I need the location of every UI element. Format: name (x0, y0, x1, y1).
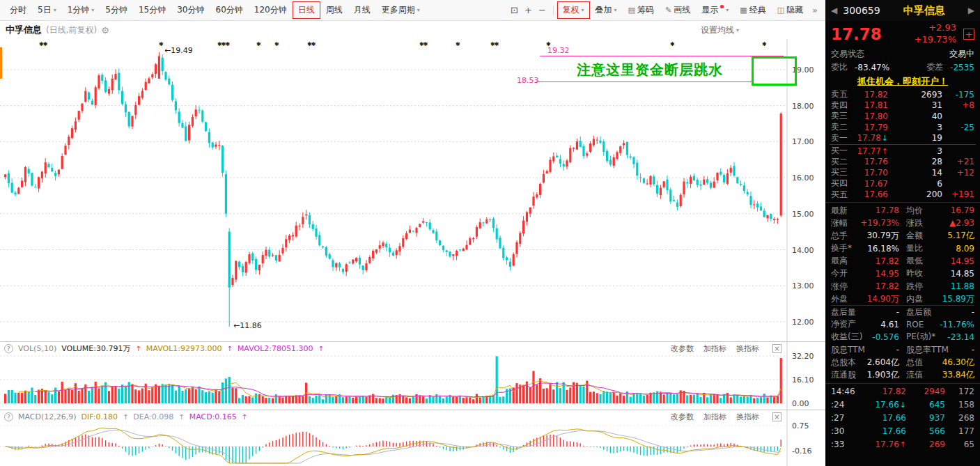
vol-edit-params-button[interactable]: 改参数 (671, 344, 694, 353)
tab-monthly[interactable]: 月线 (348, 1, 376, 19)
tick-row-2[interactable]: :2717.66937268 (831, 412, 974, 425)
lock-icon[interactable]: ⊡ (508, 3, 522, 17)
down-tick-icon: ↓ (900, 401, 906, 410)
stat-value: -0.576 (872, 332, 899, 342)
ask-row-2[interactable]: 卖二17.793-25 (825, 122, 980, 133)
last-price: 17.78 (831, 25, 882, 43)
vol-indicator-name[interactable]: VOL(5,10) (18, 344, 56, 353)
macd-switch-indicator-button[interactable]: 换指标 (736, 412, 759, 421)
event-marker-icon[interactable]: ✱✱✱ (217, 41, 229, 47)
vol-switch-indicator-button[interactable]: 换指标 (736, 344, 759, 353)
collapse-toolbar-icon[interactable]: » (809, 5, 821, 15)
event-marker-icon[interactable]: ✱ (274, 41, 279, 47)
draw-button[interactable]: ✎画线 (660, 1, 696, 19)
macd-edit-params-button[interactable]: 改参数 (671, 412, 694, 421)
event-marker-icon[interactable]: ✱✱ (490, 41, 498, 47)
ma-settings-button[interactable]: 设置均线 ▾ (701, 24, 739, 36)
candlestick-chart[interactable]: 19.0018.0017.0016.0015.0014.0013.0012.00… (0, 39, 825, 341)
chevron-down-icon: ▾ (736, 27, 739, 33)
chevron-down-icon: ▾ (417, 7, 420, 13)
event-marker-icon[interactable]: ✱ (159, 41, 163, 47)
zoom-in-icon[interactable]: + (522, 3, 536, 17)
macd-pane[interactable]: ? MACD(12,26,9) DIF:0.180 ↑ DEA:0.098 ↑ … (0, 410, 825, 466)
event-marker-icon[interactable]: ✱✱ (307, 41, 315, 47)
chips-button[interactable]: ▤筹码 (623, 1, 660, 19)
drawn-trendline-lower[interactable] (536, 81, 754, 82)
ask-row-4[interactable]: 卖四17.8131+8 (825, 100, 980, 111)
tab-5min[interactable]: 5分钟 (100, 1, 133, 19)
hide-button[interactable]: ◫隐藏 (772, 1, 809, 19)
bid-label: 买五 (831, 189, 853, 201)
macd-close-button[interactable]: × (772, 412, 781, 421)
tab-daily[interactable]: 日线 (293, 1, 320, 19)
bid-row-2[interactable]: 买二17.7628+21 (825, 157, 980, 168)
tab-15min[interactable]: 15分钟 (133, 1, 171, 19)
annotation-highlight-box[interactable] (752, 56, 797, 86)
ask-row-3[interactable]: 卖三17.8040 (825, 111, 980, 122)
drawn-trendline-upper[interactable] (540, 56, 784, 56)
bid-price: 17.66 (853, 189, 888, 199)
event-marker-icon[interactable]: ✱ (456, 41, 460, 47)
stat-cell: 量比8.09 (906, 242, 974, 254)
tab-label: 更多周期 (382, 4, 415, 16)
tab-120min[interactable]: 120分钟 (249, 1, 293, 19)
tick-row-0[interactable]: 14:4617.822949172 (831, 385, 974, 398)
tab-label: 5日 (38, 4, 52, 16)
stat-cell: 流通股1.903亿 (831, 369, 899, 381)
volume-pane[interactable]: ? VOL(5,10) VOLUME:30.791万 ↑ MAVOL1:9297… (0, 341, 825, 410)
next-stock-arrow[interactable]: ▶ (968, 6, 974, 15)
stat-label: 总值 (906, 357, 923, 368)
ask-price: 17.80 (853, 111, 888, 121)
event-marker-icon[interactable]: ✱ (256, 41, 260, 47)
tab-timeshare[interactable]: 分时 (4, 1, 32, 19)
tick-row-4[interactable]: :3317.76↑26965 (831, 438, 974, 451)
event-marker-icon[interactable]: ✱✱ (419, 41, 427, 47)
vol-close-button[interactable]: × (772, 344, 781, 353)
stat-value: 2.604亿 (867, 357, 899, 368)
stat-cell: 今开14.95 (831, 267, 899, 279)
tab-5day[interactable]: 5日▾ (32, 1, 62, 19)
overlay-button[interactable]: 叠加▾ (590, 1, 623, 19)
event-marker-icon[interactable]: ✱✱ (39, 41, 47, 47)
tick-row-1[interactable]: :2417.66↓645158 (831, 398, 974, 412)
tool-label: 经典 (749, 4, 766, 16)
vol-add-indicator-button[interactable]: 加指标 (703, 344, 726, 353)
tab-more-periods[interactable]: 更多周期▾ (376, 1, 426, 19)
tab-weekly[interactable]: 周线 (320, 1, 348, 19)
tab-1min[interactable]: 1分钟▾ (62, 1, 100, 19)
tab-60min[interactable]: 60分钟 (210, 1, 249, 19)
macd-add-indicator-button[interactable]: 加指标 (703, 412, 726, 421)
dea-value: DEA:0.098 (133, 412, 173, 421)
ask-row-1[interactable]: 卖一17.78↓19 (825, 132, 980, 143)
stat-value: 46.30亿 (942, 357, 974, 368)
bid-row-1[interactable]: 买一17.77↑3 (825, 146, 980, 157)
tab-30min[interactable]: 30分钟 (171, 1, 210, 19)
prev-stock-arrow[interactable]: ◀ (831, 6, 837, 15)
help-icon[interactable]: ? (4, 412, 13, 421)
add-quote-button[interactable]: + (963, 29, 974, 40)
up-tick-icon: ↑ (900, 440, 906, 449)
tick-row-3[interactable]: :3017.66566177 (831, 425, 974, 438)
upper-trendline-price: 19.32 (547, 46, 570, 55)
open-account-banner[interactable]: 抓住机会，即刻开户！ (825, 74, 980, 88)
display-button[interactable]: 显示▾ (696, 1, 734, 19)
chips-icon: ▤ (628, 6, 635, 15)
stat-label: 涨幅 (831, 217, 848, 229)
event-marker-icon[interactable]: ✱ (670, 41, 674, 47)
help-icon[interactable]: ? (4, 344, 13, 353)
bid-row-4[interactable]: 买四17.676 (825, 178, 980, 189)
gear-icon[interactable]: ⚙ (101, 25, 109, 36)
macd-indicator-name[interactable]: MACD(12,26,9) (18, 412, 77, 421)
adjust-button[interactable]: 复权▾ (557, 1, 590, 19)
event-marker-icon[interactable]: ✱ (762, 41, 766, 47)
classic-button[interactable]: ▦经典 (734, 1, 771, 19)
stat-value: 4.61 (880, 320, 899, 329)
period-tabs: 分时5日▾1分钟▾5分钟15分钟30分钟60分钟120分钟日线周线月线更多周期▾ (4, 1, 426, 19)
bid-row-5[interactable]: 买五17.66200+191 (825, 189, 980, 200)
stat-label: 均价 (906, 205, 923, 217)
ask-label: 卖三 (831, 110, 853, 122)
stat-cell: 昨收14.85 (906, 267, 974, 279)
zoom-out-icon[interactable]: − (536, 3, 550, 17)
bid-row-3[interactable]: 买三17.7014+12 (825, 167, 980, 178)
ask-row-5[interactable]: 卖五17.822693-175 (825, 89, 980, 100)
